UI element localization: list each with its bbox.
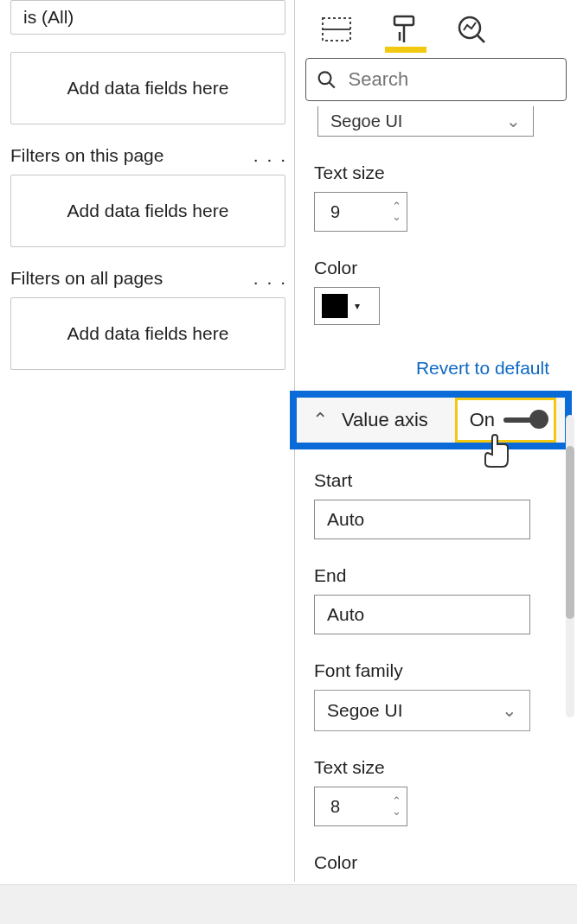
xaxis-color-picker[interactable]: ▾: [314, 287, 380, 325]
format-pane: Segoe UI ⌄ Text size 9 ⌃⌄ Color ▾ Revert…: [294, 0, 577, 882]
chevron-up-icon: ⌃: [312, 409, 328, 431]
dropzone-label: Add data fields here: [67, 323, 229, 344]
toggle-switch-icon: [503, 417, 545, 423]
svg-point-7: [319, 72, 331, 84]
svg-line-8: [330, 82, 335, 87]
active-filter-card[interactable]: is (All): [10, 0, 285, 35]
page-filters-menu-icon[interactable]: . . .: [253, 145, 287, 166]
format-tab-icon[interactable]: [387, 11, 421, 48]
end-label: End: [314, 565, 558, 586]
svg-rect-2: [394, 16, 414, 25]
revert-to-default-link[interactable]: Revert to default: [314, 358, 549, 379]
xaxis-text-size-value: 9: [330, 202, 340, 222]
color-swatch: [322, 294, 348, 318]
valueaxis-color-label: Color: [314, 852, 558, 873]
spinner-arrows[interactable]: ⌃⌄: [392, 201, 401, 222]
svg-line-6: [478, 35, 484, 42]
valueaxis-text-size-value: 8: [330, 797, 340, 817]
value-axis-title: Value axis: [342, 409, 441, 431]
xaxis-font-family-select[interactable]: Segoe UI ⌄: [317, 106, 534, 137]
page-filter-dropzone[interactable]: Add data fields here: [10, 175, 285, 247]
all-pages-menu-icon[interactable]: . . .: [253, 268, 287, 289]
start-input[interactable]: Auto: [314, 500, 530, 539]
value-axis-section-header[interactable]: ⌃ Value axis On: [290, 391, 572, 449]
format-search[interactable]: [305, 58, 567, 101]
format-tabs: [295, 0, 577, 49]
xaxis-text-size-input[interactable]: 9 ⌃⌄: [314, 192, 407, 232]
chevron-down-icon: ⌄: [502, 700, 517, 721]
chevron-down-icon: ⌄: [506, 111, 521, 131]
status-bar: [0, 884, 577, 924]
dropdown-triangle-icon: ▾: [355, 300, 360, 312]
search-input[interactable]: [349, 68, 555, 91]
start-value: Auto: [327, 509, 364, 530]
toggle-state-label: On: [470, 409, 495, 431]
valueaxis-text-size-label: Text size: [314, 757, 558, 778]
scrollbar[interactable]: [566, 415, 574, 717]
fields-tab-icon[interactable]: [319, 11, 354, 48]
spinner-arrows[interactable]: ⌃⌄: [392, 796, 401, 817]
all-pages-heading: Filters on all pages: [10, 268, 163, 289]
font-family-label: Font family: [314, 660, 558, 681]
font-family-value: Segoe UI: [327, 700, 403, 721]
dropzone-label: Add data fields here: [67, 201, 229, 221]
dropzone-label: Add data fields here: [67, 78, 229, 99]
xaxis-text-size-label: Text size: [314, 162, 558, 183]
end-value: Auto: [327, 604, 364, 625]
scrollbar-thumb[interactable]: [566, 446, 574, 619]
analytics-tab-icon[interactable]: [454, 11, 489, 48]
value-axis-toggle[interactable]: On: [455, 398, 556, 443]
start-label: Start: [314, 470, 558, 491]
visual-filter-dropzone[interactable]: Add data fields here: [10, 52, 285, 124]
search-icon: [317, 68, 337, 91]
page-filters-heading: Filters on this page: [10, 145, 163, 166]
end-input[interactable]: Auto: [314, 595, 530, 634]
valueaxis-text-size-input[interactable]: 8 ⌃⌄: [314, 787, 407, 826]
all-pages-filter-dropzone[interactable]: Add data fields here: [10, 297, 285, 370]
filters-pane: is (All) Add data fields here Filters on…: [0, 0, 294, 882]
xaxis-font-family-value: Segoe UI: [330, 112, 402, 131]
font-family-select[interactable]: Segoe UI ⌄: [314, 690, 530, 731]
filter-summary: is (All): [23, 7, 74, 28]
xaxis-color-label: Color: [314, 258, 558, 278]
